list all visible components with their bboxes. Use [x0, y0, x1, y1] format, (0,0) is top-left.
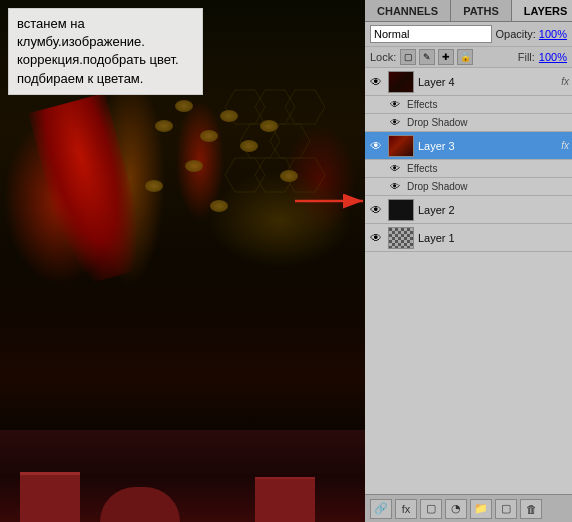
visibility-icon-layer3[interactable]: 👁 — [368, 138, 384, 154]
thumb-layer1 — [388, 227, 414, 249]
add-style-button[interactable]: fx — [395, 499, 417, 519]
thumb-layer2 — [388, 199, 414, 221]
layer1-name: Layer 1 — [418, 232, 569, 244]
layer-item-layer2[interactable]: 👁 Layer 2 — [365, 196, 572, 224]
lock-move-btn[interactable]: ✚ — [438, 49, 454, 65]
svg-marker-3 — [240, 124, 280, 158]
annotation-text: встанем на клумбу.изображение. коррекция… — [17, 15, 194, 88]
effects-eye-layer3[interactable]: 👁 — [387, 161, 403, 177]
layer3-name: Layer 3 — [418, 140, 557, 152]
effects-label-layer4: Effects — [407, 99, 437, 110]
tab-paths[interactable]: PATHS — [451, 0, 512, 21]
thumb-layer3 — [388, 135, 414, 157]
layers-panel: CHANNELS PATHS LAYERS Normal Multiply Sc… — [365, 0, 572, 522]
layer-item-layer4[interactable]: 👁 Layer 4 fx — [365, 68, 572, 96]
lock-icons: ▢ ✎ ✚ 🔒 — [400, 49, 473, 65]
blend-mode-row: Normal Multiply Screen Overlay Opacity: … — [365, 22, 572, 47]
layer4-name: Layer 4 — [418, 76, 557, 88]
fx-badge-layer3: fx — [561, 140, 569, 151]
scene-floor — [0, 340, 365, 430]
bee-1 — [155, 120, 173, 132]
effects-label-layer3: Effects — [407, 163, 437, 174]
svg-marker-0 — [225, 90, 265, 124]
layer-item-layer1[interactable]: 👁 Layer 1 — [365, 224, 572, 252]
visibility-icon-layer2[interactable]: 👁 — [368, 202, 384, 218]
svg-marker-6 — [255, 158, 295, 192]
layers-list: 👁 Layer 4 fx 👁 Effects 👁 Drop Shadow 👁 L… — [365, 68, 572, 494]
fill-value[interactable]: 100% — [539, 51, 567, 63]
adjustment-button[interactable]: ◔ — [445, 499, 467, 519]
add-mask-button[interactable]: ▢ — [420, 499, 442, 519]
bottom-scene — [0, 430, 365, 522]
opacity-control: Opacity: 100% — [496, 28, 568, 40]
layer-item-layer3[interactable]: 👁 Layer 3 fx — [365, 132, 572, 160]
lock-label: Lock: — [370, 51, 396, 63]
dropshadow-eye-layer3[interactable]: 👁 — [387, 179, 403, 195]
effects-sub-layer3[interactable]: 👁 Effects — [365, 160, 572, 178]
effects-sub-layer4[interactable]: 👁 Effects — [365, 96, 572, 114]
effects-eye-layer4[interactable]: 👁 — [387, 97, 403, 113]
canvas-image: встанем на клумбу.изображение. коррекция… — [0, 0, 365, 430]
lock-all-btn[interactable]: 🔒 — [457, 49, 473, 65]
bee-2 — [175, 100, 193, 112]
delete-layer-button[interactable]: 🗑 — [520, 499, 542, 519]
link-layers-button[interactable]: 🔗 — [370, 499, 392, 519]
blend-mode-select[interactable]: Normal Multiply Screen Overlay — [370, 25, 492, 43]
fx-badge-layer4: fx — [561, 76, 569, 87]
svg-marker-2 — [285, 90, 325, 124]
pedestal-1 — [20, 472, 80, 522]
thumb-layer4 — [388, 71, 414, 93]
tab-channels[interactable]: CHANNELS — [365, 0, 451, 21]
new-layer-button[interactable]: ▢ — [495, 499, 517, 519]
arrow-indicator — [295, 190, 365, 212]
panel-tabs: CHANNELS PATHS LAYERS — [365, 0, 572, 22]
svg-marker-1 — [255, 90, 295, 124]
dropshadow-eye-layer4[interactable]: 👁 — [387, 115, 403, 131]
bee-8 — [145, 180, 163, 192]
visibility-icon-layer1[interactable]: 👁 — [368, 230, 384, 246]
opacity-value[interactable]: 100% — [539, 28, 567, 40]
fill-label: Fill: — [518, 51, 535, 63]
visibility-icon-layer4[interactable]: 👁 — [368, 74, 384, 90]
dropshadow-label-layer4: Drop Shadow — [407, 117, 468, 128]
dropshadow-label-layer3: Drop Shadow — [407, 181, 468, 192]
lock-paint-btn[interactable]: ✎ — [419, 49, 435, 65]
tab-layers[interactable]: LAYERS — [512, 0, 572, 21]
layer-toolbar: 🔗 fx ▢ ◔ 📁 ▢ 🗑 — [365, 494, 572, 522]
pedestal-2 — [100, 487, 180, 522]
bee-7 — [185, 160, 203, 172]
svg-marker-4 — [270, 124, 310, 158]
pedestal-3 — [255, 477, 315, 522]
dropshadow-sub-layer3[interactable]: 👁 Drop Shadow — [365, 178, 572, 196]
svg-marker-7 — [285, 158, 325, 192]
layer2-name: Layer 2 — [418, 204, 569, 216]
annotation-box: встанем на клумбу.изображение. коррекция… — [8, 8, 203, 95]
svg-marker-5 — [225, 158, 265, 192]
lock-row: Lock: ▢ ✎ ✚ 🔒 Fill: 100% — [365, 47, 572, 68]
lock-transparency-btn[interactable]: ▢ — [400, 49, 416, 65]
dropshadow-sub-layer4[interactable]: 👁 Drop Shadow — [365, 114, 572, 132]
opacity-label: Opacity: — [496, 28, 536, 40]
canvas-area: встанем на клумбу.изображение. коррекция… — [0, 0, 365, 522]
new-group-button[interactable]: 📁 — [470, 499, 492, 519]
